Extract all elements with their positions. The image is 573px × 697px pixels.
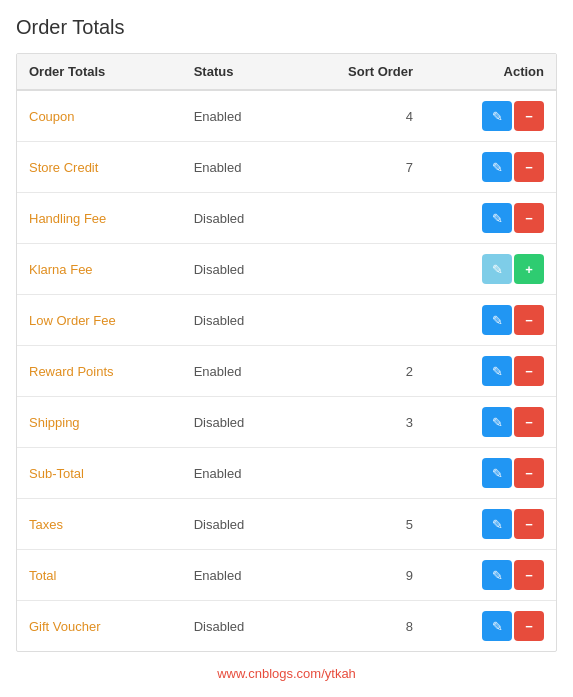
row-name: Low Order Fee (17, 295, 182, 346)
row-action: ✎− (425, 601, 556, 652)
delete-button[interactable]: − (514, 407, 544, 437)
row-sort-order (293, 193, 425, 244)
order-totals-table: Order Totals Status Sort Order Action Co… (16, 53, 557, 652)
row-sort-order: 5 (293, 499, 425, 550)
row-action: ✎− (425, 499, 556, 550)
col-header-sort-order: Sort Order (293, 54, 425, 90)
edit-button[interactable]: ✎ (482, 509, 512, 539)
row-name: Gift Voucher (17, 601, 182, 652)
delete-button[interactable]: − (514, 356, 544, 386)
row-status: Disabled (182, 193, 293, 244)
row-sort-order (293, 295, 425, 346)
row-status: Disabled (182, 244, 293, 295)
edit-button[interactable]: ✎ (482, 305, 512, 335)
row-action: ✎− (425, 550, 556, 601)
row-action: ✎− (425, 448, 556, 499)
row-status: Disabled (182, 295, 293, 346)
row-sort-order: 9 (293, 550, 425, 601)
row-name: Sub-Total (17, 448, 182, 499)
table-row: TaxesDisabled5✎− (17, 499, 556, 550)
row-action: ✎− (425, 193, 556, 244)
row-action: ✎− (425, 90, 556, 142)
row-name: Shipping (17, 397, 182, 448)
table-row: Klarna FeeDisabled✎+ (17, 244, 556, 295)
row-name: Klarna Fee (17, 244, 182, 295)
table-row: Low Order FeeDisabled✎− (17, 295, 556, 346)
row-sort-order: 4 (293, 90, 425, 142)
col-header-name: Order Totals (17, 54, 182, 90)
edit-button[interactable]: ✎ (482, 356, 512, 386)
edit-button[interactable]: ✎ (482, 203, 512, 233)
row-status: Enabled (182, 550, 293, 601)
row-sort-order (293, 244, 425, 295)
row-name: Total (17, 550, 182, 601)
table-row: Handling FeeDisabled✎− (17, 193, 556, 244)
edit-button[interactable]: ✎ (482, 407, 512, 437)
row-name: Taxes (17, 499, 182, 550)
delete-button[interactable]: − (514, 305, 544, 335)
row-status: Disabled (182, 601, 293, 652)
edit-button[interactable]: ✎ (482, 152, 512, 182)
table-row: Reward PointsEnabled2✎− (17, 346, 556, 397)
row-status: Enabled (182, 448, 293, 499)
row-sort-order: 7 (293, 142, 425, 193)
table-row: Sub-TotalEnabled✎− (17, 448, 556, 499)
table-row: Store CreditEnabled7✎− (17, 142, 556, 193)
page-title: Order Totals (16, 16, 557, 39)
row-status: Disabled (182, 499, 293, 550)
row-sort-order (293, 448, 425, 499)
row-action: ✎− (425, 142, 556, 193)
row-status: Disabled (182, 397, 293, 448)
row-sort-order: 3 (293, 397, 425, 448)
delete-button[interactable]: − (514, 152, 544, 182)
row-status: Enabled (182, 90, 293, 142)
delete-button[interactable]: − (514, 560, 544, 590)
row-sort-order: 8 (293, 601, 425, 652)
edit-button[interactable]: ✎ (482, 254, 512, 284)
table-header-row: Order Totals Status Sort Order Action (17, 54, 556, 90)
delete-button[interactable]: − (514, 458, 544, 488)
row-name: Store Credit (17, 142, 182, 193)
row-status: Enabled (182, 142, 293, 193)
row-action: ✎− (425, 397, 556, 448)
row-action: ✎− (425, 346, 556, 397)
col-header-action: Action (425, 54, 556, 90)
row-action: ✎+ (425, 244, 556, 295)
table-row: Gift VoucherDisabled8✎− (17, 601, 556, 652)
watermark: www.cnblogs.com/ytkah (16, 666, 557, 681)
edit-button[interactable]: ✎ (482, 611, 512, 641)
add-button[interactable]: + (514, 254, 544, 284)
delete-button[interactable]: − (514, 611, 544, 641)
table-row: CouponEnabled4✎− (17, 90, 556, 142)
delete-button[interactable]: − (514, 509, 544, 539)
edit-button[interactable]: ✎ (482, 458, 512, 488)
col-header-status: Status (182, 54, 293, 90)
row-name: Reward Points (17, 346, 182, 397)
row-sort-order: 2 (293, 346, 425, 397)
table-row: TotalEnabled9✎− (17, 550, 556, 601)
row-status: Enabled (182, 346, 293, 397)
table-row: ShippingDisabled3✎− (17, 397, 556, 448)
row-name: Coupon (17, 90, 182, 142)
edit-button[interactable]: ✎ (482, 101, 512, 131)
delete-button[interactable]: − (514, 101, 544, 131)
row-action: ✎− (425, 295, 556, 346)
delete-button[interactable]: − (514, 203, 544, 233)
row-name: Handling Fee (17, 193, 182, 244)
edit-button[interactable]: ✎ (482, 560, 512, 590)
